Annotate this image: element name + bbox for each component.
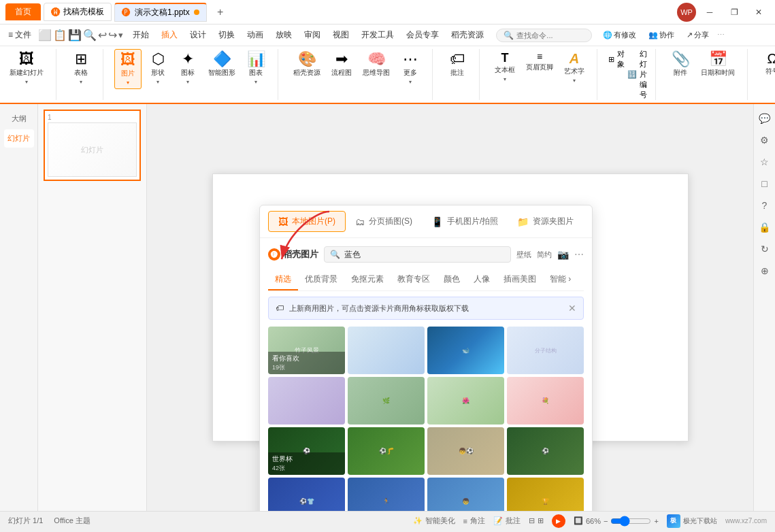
image-item-9[interactable]: ⚽ 世界杯 42张 — [268, 427, 345, 475]
right-btn-help[interactable]: ? — [756, 197, 774, 214]
collaborate-button[interactable]: 👥 协作 — [644, 29, 678, 41]
image-item-11[interactable]: 👦⚽ — [427, 427, 504, 475]
align-object-btn[interactable]: ⊞对象 — [608, 49, 625, 69]
ribbon-btn-datetime[interactable]: 📅 日期和时间 — [697, 49, 739, 80]
more-menu-icon[interactable]: ⋯ — [717, 31, 725, 39]
toolbar-icon-1[interactable]: ⬜ — [38, 29, 52, 41]
view-grid-btn[interactable]: ⊞ — [538, 516, 544, 525]
menu-transition[interactable]: 切换 — [213, 27, 240, 44]
right-btn-panel[interactable]: □ — [756, 175, 774, 193]
sidebar-tab-slides[interactable]: 幻灯片 — [4, 129, 34, 148]
ribbon-btn-header-footer[interactable]: ≡ 页眉页脚 — [522, 49, 557, 75]
ribbon-btn-daoke-resource[interactable]: 🎨 稻壳资源 — [289, 49, 325, 80]
cat-illustration[interactable]: 插画美图 — [497, 269, 543, 290]
ribbon-btn-more[interactable]: ⋯ 更多 ▾ — [397, 49, 424, 88]
toolbar-icon-3[interactable]: 💾 — [68, 29, 82, 41]
maximize-button[interactable]: ❐ — [723, 4, 745, 20]
image-item-13[interactable]: ⚽👕 — [268, 478, 345, 511]
avatar[interactable]: WP — [677, 3, 696, 22]
sidebar-tab-outline[interactable]: 大纲 — [4, 110, 34, 128]
zoom-slider[interactable] — [610, 516, 651, 527]
note-btn[interactable]: 📝 批注 — [493, 516, 521, 526]
ribbon-btn-flowchart[interactable]: ➡ 流程图 — [327, 49, 356, 80]
ribbon-btn-newslide[interactable]: 🖼 新建幻灯片 ▾ — [5, 49, 48, 88]
slide-number-btn[interactable]: 🔢幻灯片编号 — [627, 49, 647, 100]
image-item-2[interactable] — [348, 327, 425, 374]
search-more-icon[interactable]: ⋯ — [574, 249, 584, 260]
dropdown-tab-phone[interactable]: 📱 手机图片/拍照 — [422, 211, 508, 232]
ribbon-btn-chart[interactable]: 📊 图表 ▾ — [242, 49, 269, 88]
cat-ai[interactable]: 智能 › — [543, 269, 578, 290]
redo-button[interactable]: ↪ — [108, 29, 117, 41]
close-button[interactable]: ✕ — [748, 4, 770, 20]
ribbon-btn-symbol[interactable]: Ω 符号 — [759, 49, 775, 79]
menu-search-input[interactable] — [516, 31, 584, 39]
tab-doc[interactable]: 🅟 演示文稿1.pptx — [114, 3, 207, 22]
dropdown-tab-paged[interactable]: 🗂 分页插图(S) — [346, 211, 422, 232]
cat-hq-bg[interactable]: 优质背景 — [298, 269, 344, 290]
dropdown-tab-folder[interactable]: 📁 资源夹图片 — [508, 211, 583, 232]
zoom-out-btn[interactable]: − — [604, 517, 608, 525]
right-btn-favorite[interactable]: ☆ — [756, 153, 774, 171]
cat-featured[interactable]: 精选 — [268, 269, 298, 290]
notice-close-button[interactable]: ✕ — [568, 303, 576, 314]
image-search-input[interactable] — [344, 250, 505, 259]
zoom-in-btn[interactable]: + — [654, 517, 658, 525]
right-btn-lock[interactable]: 🔒 — [756, 218, 774, 236]
menu-design[interactable]: 设计 — [184, 27, 212, 44]
camera-icon[interactable]: 📷 — [557, 249, 569, 260]
image-item-12[interactable]: ⚽ — [507, 427, 584, 475]
tab-home[interactable]: 首页 — [5, 3, 41, 20]
menu-developer[interactable]: 开发工具 — [356, 27, 399, 44]
menu-start[interactable]: 开始 — [127, 27, 154, 44]
menu-insert[interactable]: 插入 — [156, 27, 183, 44]
tab-template[interactable]: 🅦 找稿壳模板 — [44, 3, 112, 21]
share-button[interactable]: ↗ 分享 — [682, 29, 713, 41]
toolbar-icon-2[interactable]: 📋 — [53, 29, 67, 41]
ribbon-btn-icon[interactable]: ✦ 图标 ▾ — [174, 49, 201, 88]
image-item-5[interactable] — [268, 377, 345, 425]
ribbon-btn-wordart[interactable]: A 艺术字 ▾ — [560, 49, 589, 86]
minimize-button[interactable]: ─ — [699, 4, 721, 20]
image-item-6[interactable]: 🌿 — [348, 377, 425, 425]
menu-resource[interactable]: 稻壳资源 — [446, 27, 489, 44]
undo-button[interactable]: ↩ — [98, 29, 107, 41]
image-item-8[interactable]: 💐 — [507, 377, 584, 425]
image-item-10[interactable]: ⚽🦵 — [348, 427, 425, 475]
ribbon-btn-mindmap[interactable]: 🧠 思维导图 — [359, 49, 394, 80]
menu-view[interactable]: 视图 — [327, 27, 354, 44]
add-tab-button[interactable]: + — [212, 4, 229, 20]
footnote-btn[interactable]: ≡ 角注 — [463, 516, 485, 526]
ribbon-btn-comment[interactable]: 🏷 批注 — [444, 49, 471, 80]
right-btn-comment[interactable]: 💬 — [756, 110, 774, 127]
smart-beautify-btn[interactable]: ✨ 智能美化 — [413, 516, 455, 526]
cat-education[interactable]: 教育专区 — [391, 269, 437, 290]
image-item-15[interactable]: 👦 — [427, 478, 504, 511]
image-item-3[interactable]: 🐋 — [427, 327, 504, 374]
play-button[interactable]: ▶ — [552, 514, 565, 528]
menu-slideshow[interactable]: 放映 — [270, 27, 297, 44]
cat-color[interactable]: 颜色 — [437, 269, 467, 290]
more-tools[interactable]: ▾ — [118, 30, 123, 40]
ribbon-btn-smartshape[interactable]: 🔷 智能图形 — [204, 49, 240, 80]
menu-animation[interactable]: 动画 — [242, 27, 269, 44]
image-item-7[interactable]: 🌺 — [427, 377, 504, 425]
ribbon-btn-attach[interactable]: 📎 附件 — [667, 49, 694, 80]
right-btn-settings[interactable]: ⚙ — [756, 131, 774, 149]
slide-thumb-1[interactable]: 1 幻灯片 — [44, 110, 141, 181]
image-item-4[interactable]: 分子结构 — [507, 327, 584, 374]
cat-portrait[interactable]: 人像 — [467, 269, 497, 290]
cat-cutout[interactable]: 免抠元素 — [344, 269, 391, 290]
view-normal-btn[interactable]: ⊟ — [529, 516, 535, 525]
search-tag-wallpaper[interactable]: 壁纸 — [516, 250, 531, 260]
has-modified[interactable]: 🌐 有修改 — [599, 29, 640, 41]
zoom-icon[interactable]: 🔲 — [574, 516, 583, 525]
menu-vip[interactable]: 会员专享 — [401, 27, 444, 44]
toolbar-icon-4[interactable]: 🔍 — [83, 29, 97, 41]
image-item-16[interactable]: 🏆 — [507, 478, 584, 511]
ribbon-btn-table[interactable]: ⊞ 表格 ▾ — [67, 49, 95, 88]
right-btn-refresh[interactable]: ↻ — [756, 240, 774, 258]
menu-review[interactable]: 审阅 — [299, 27, 326, 44]
search-tag-simple[interactable]: 简约 — [537, 250, 552, 260]
image-item-14[interactable]: 🏃 — [348, 478, 425, 511]
